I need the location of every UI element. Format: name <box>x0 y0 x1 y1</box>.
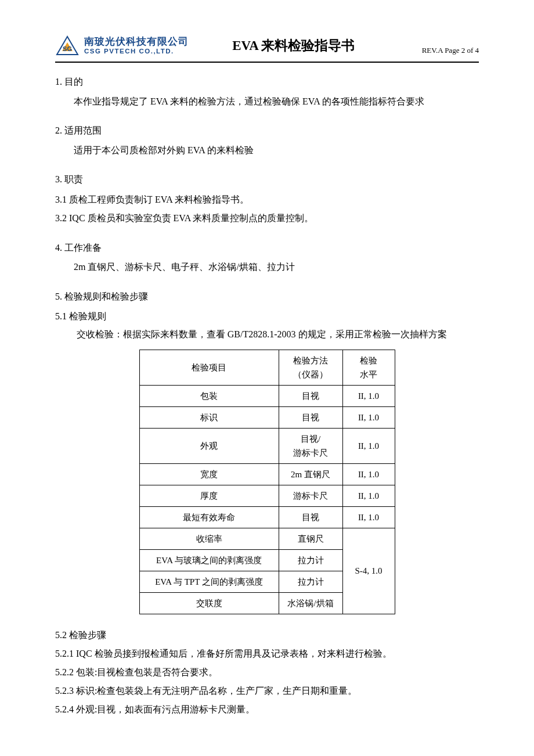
page: SG 南玻光伏科技有限公司 CSG PVTECH CO.,LTD. EVA 来料… <box>0 0 534 746</box>
sub-item: 3.1 质检工程师负责制订 EVA 来料检验指导书。 <box>55 190 479 209</box>
cell-level: II, 1.0 <box>342 485 395 506</box>
cell-item: 收缩率 <box>139 528 279 549</box>
cell-method: 2m 直钢尺 <box>279 463 342 485</box>
step-item: 5.2.3 标识:检查包装袋上有无注明产品名称，生产厂家，生产日期和重量。 <box>55 682 479 700</box>
th-item: 检验项目 <box>139 350 279 385</box>
section-purpose: 1. 目的 本作业指导规定了 EVA 来料的检验方法，通过检验确保 EVA 的各… <box>55 74 479 110</box>
table-header-row: 检验项目 检验方法 （仪器） 检验 水平 <box>139 350 395 385</box>
cell-item: 最短有效寿命 <box>139 506 279 528</box>
cell-item: EVA 与 TPT 之间的剥离强度 <box>139 571 279 592</box>
cell-item: 交联度 <box>139 592 279 614</box>
cell-item: 包装 <box>139 385 279 406</box>
cell-item: 外观 <box>139 428 279 463</box>
section-responsibility: 3. 职责 3.1 质检工程师负责制订 EVA 来料检验指导书。 3.2 IQC… <box>55 172 479 228</box>
cell-level: II, 1.0 <box>342 385 395 406</box>
sub-heading: 5.1 检验规则 <box>55 307 479 326</box>
company-logo-icon: SG <box>55 35 80 57</box>
table-row: 最短有效寿命 目视 II, 1.0 <box>139 506 395 528</box>
company-name-cn: 南玻光伏科技有限公司 <box>84 36 189 48</box>
sub-heading: 5.2 检验步骤 <box>55 626 479 645</box>
company-name-en: CSG PVTECH CO.,LTD. <box>84 48 189 56</box>
company-name: 南玻光伏科技有限公司 CSG PVTECH CO.,LTD. <box>84 36 189 56</box>
document-title: EVA 来料检验指导书 <box>232 35 355 57</box>
table-row: 标识 目视 II, 1.0 <box>139 406 395 428</box>
section-preparation: 4. 工作准备 2m 直钢尺、游标卡尺、电子秤、水浴锅/烘箱、拉力计 <box>55 240 479 276</box>
cell-method: 直钢尺 <box>279 528 342 549</box>
cell-item: 标识 <box>139 406 279 428</box>
logo-block: SG 南玻光伏科技有限公司 CSG PVTECH CO.,LTD. <box>55 35 189 57</box>
cell-level: II, 1.0 <box>342 406 395 428</box>
page-header: SG 南玻光伏科技有限公司 CSG PVTECH CO.,LTD. EVA 来料… <box>55 35 479 63</box>
cell-method: 拉力计 <box>279 549 342 571</box>
sub-item: 3.2 IQC 质检员和实验室负责 EVA 来料质量控制点的质量控制。 <box>55 209 479 228</box>
section-body: 适用于本公司质检部对外购 EVA 的来料检验 <box>55 142 479 159</box>
cell-method: 游标卡尺 <box>279 485 342 506</box>
cell-level-merged: S-4, 1.0 <box>342 528 395 614</box>
section-scope: 2. 适用范围 适用于本公司质检部对外购 EVA 的来料检验 <box>55 123 479 159</box>
step-item: 5.2.4 外观:目视，如表面有污点用游标卡尺测量。 <box>55 700 479 719</box>
th-method: 检验方法 （仪器） <box>279 350 342 385</box>
cell-method: 拉力计 <box>279 571 342 592</box>
cell-level: II, 1.0 <box>342 463 395 485</box>
page-info: REV.A Page 2 of 4 <box>422 45 479 57</box>
cell-item: EVA 与玻璃之间的剥离强度 <box>139 549 279 571</box>
cell-method: 目视 <box>279 506 342 528</box>
cell-level: II, 1.0 <box>342 506 395 528</box>
cell-item: 厚度 <box>139 485 279 506</box>
section-body: 2m 直钢尺、游标卡尺、电子秤、水浴锅/烘箱、拉力计 <box>55 258 479 276</box>
table-row: 厚度 游标卡尺 II, 1.0 <box>139 485 395 506</box>
cell-method: 目视 <box>279 406 342 428</box>
table-row: 包装 目视 II, 1.0 <box>139 385 395 406</box>
inspection-table: 检验项目 检验方法 （仪器） 检验 水平 包装 目视 II, 1.0 <box>139 350 395 614</box>
table-row: 外观 目视/ 游标卡尺 II, 1.0 <box>139 428 395 463</box>
section-heading: 5. 检验规则和检验步骤 <box>55 289 479 304</box>
th-level: 检验 水平 <box>342 350 395 385</box>
section-heading: 3. 职责 <box>55 172 479 187</box>
cell-method: 水浴锅/烘箱 <box>279 592 342 614</box>
inspection-note: 交收检验：根据实际来料数量，查看 GB/T2828.1-2003 的规定，采用正… <box>77 326 479 343</box>
section-heading: 4. 工作准备 <box>55 240 479 255</box>
step-item: 5.2.2 包装:目视检查包装是否符合要求。 <box>55 663 479 682</box>
step-item: 5.2.1 IQC 检验员接到报检通知后，准备好所需用具及记录表格，对来料进行检… <box>55 645 479 663</box>
table-row: 收缩率 直钢尺 S-4, 1.0 <box>139 528 395 549</box>
cell-method: 目视 <box>279 385 342 406</box>
cell-level: II, 1.0 <box>342 428 395 463</box>
section-heading: 2. 适用范围 <box>55 123 479 138</box>
svg-text:SG: SG <box>63 45 72 52</box>
section-heading: 1. 目的 <box>55 74 479 89</box>
table-row: 宽度 2m 直钢尺 II, 1.0 <box>139 463 395 485</box>
section-body: 本作业指导规定了 EVA 来料的检验方法，通过检验确保 EVA 的各项性能指标符… <box>55 93 479 110</box>
section-rules-steps: 5. 检验规则和检验步骤 5.1 检验规则 交收检验：根据实际来料数量，查看 G… <box>55 289 479 719</box>
cell-method: 目视/ 游标卡尺 <box>279 428 342 463</box>
cell-item: 宽度 <box>139 463 279 485</box>
